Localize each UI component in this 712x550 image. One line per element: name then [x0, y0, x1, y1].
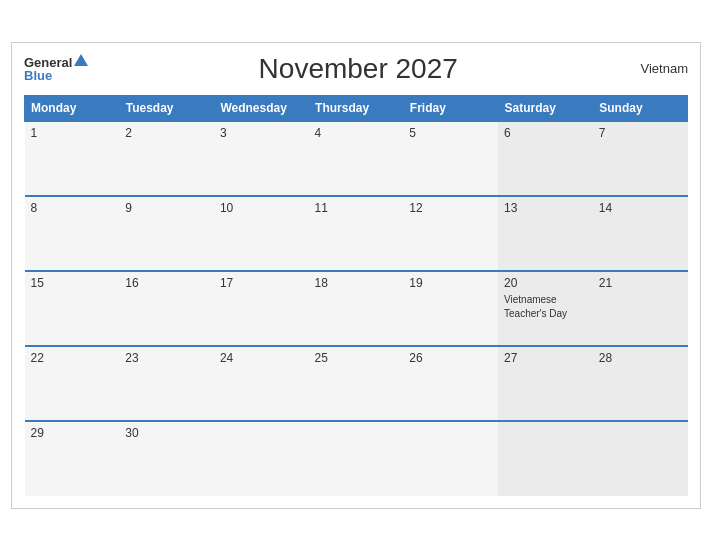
day-number-2: 2: [125, 126, 208, 140]
logo: General Blue: [24, 56, 88, 82]
day-cell-1-1: 9: [119, 196, 214, 271]
day-cell-3-2: 24: [214, 346, 309, 421]
day-cell-1-6: 14: [593, 196, 688, 271]
country-label: Vietnam: [628, 61, 688, 76]
day-cell-2-6: 21: [593, 271, 688, 346]
day-number-3: 3: [220, 126, 303, 140]
day-number-21: 21: [599, 276, 682, 290]
calendar-thead: MondayTuesdayWednesdayThursdayFridaySatu…: [25, 95, 688, 121]
day-cell-3-5: 27: [498, 346, 593, 421]
day-cell-2-3: 18: [309, 271, 404, 346]
day-cell-0-5: 6: [498, 121, 593, 196]
day-cell-4-0: 29: [25, 421, 120, 496]
day-number-20: 20: [504, 276, 587, 290]
day-number-26: 26: [409, 351, 492, 365]
calendar-header: General Blue November 2027 Vietnam: [24, 53, 688, 85]
day-number-11: 11: [315, 201, 398, 215]
day-cell-4-5: [498, 421, 593, 496]
day-number-27: 27: [504, 351, 587, 365]
day-cell-0-1: 2: [119, 121, 214, 196]
day-cell-3-4: 26: [403, 346, 498, 421]
day-cell-1-0: 8: [25, 196, 120, 271]
day-cell-3-0: 22: [25, 346, 120, 421]
day-cell-0-2: 3: [214, 121, 309, 196]
day-cell-4-3: [309, 421, 404, 496]
logo-general-text: General: [24, 56, 72, 69]
day-number-4: 4: [315, 126, 398, 140]
logo-triangle-icon: [74, 54, 88, 66]
day-number-19: 19: [409, 276, 492, 290]
day-number-10: 10: [220, 201, 303, 215]
day-cell-3-6: 28: [593, 346, 688, 421]
day-number-7: 7: [599, 126, 682, 140]
weekday-header-monday: Monday: [25, 95, 120, 121]
day-cell-1-4: 12: [403, 196, 498, 271]
day-cell-1-2: 10: [214, 196, 309, 271]
day-cell-4-4: [403, 421, 498, 496]
day-number-9: 9: [125, 201, 208, 215]
weekday-header-row: MondayTuesdayWednesdayThursdayFridaySatu…: [25, 95, 688, 121]
weekday-header-thursday: Thursday: [309, 95, 404, 121]
day-cell-3-1: 23: [119, 346, 214, 421]
event-text-20: Vietnamese Teacher's Day: [504, 294, 567, 319]
weekday-header-saturday: Saturday: [498, 95, 593, 121]
day-number-22: 22: [31, 351, 114, 365]
day-number-24: 24: [220, 351, 303, 365]
day-number-8: 8: [31, 201, 114, 215]
day-cell-2-0: 15: [25, 271, 120, 346]
day-number-6: 6: [504, 126, 587, 140]
day-number-5: 5: [409, 126, 492, 140]
day-number-14: 14: [599, 201, 682, 215]
calendar-wrapper: General Blue November 2027 Vietnam Monda…: [11, 42, 701, 509]
day-number-25: 25: [315, 351, 398, 365]
day-cell-2-4: 19: [403, 271, 498, 346]
day-number-1: 1: [31, 126, 114, 140]
day-number-23: 23: [125, 351, 208, 365]
day-cell-0-0: 1: [25, 121, 120, 196]
day-cell-0-3: 4: [309, 121, 404, 196]
week-row-1: 891011121314: [25, 196, 688, 271]
weekday-header-sunday: Sunday: [593, 95, 688, 121]
logo-blue-text: Blue: [24, 69, 52, 82]
week-row-0: 1234567: [25, 121, 688, 196]
day-number-13: 13: [504, 201, 587, 215]
day-number-30: 30: [125, 426, 208, 440]
day-cell-2-1: 16: [119, 271, 214, 346]
day-cell-2-5: 20Vietnamese Teacher's Day: [498, 271, 593, 346]
day-number-28: 28: [599, 351, 682, 365]
day-cell-4-6: [593, 421, 688, 496]
weekday-header-wednesday: Wednesday: [214, 95, 309, 121]
day-cell-4-1: 30: [119, 421, 214, 496]
day-cell-1-5: 13: [498, 196, 593, 271]
day-cell-4-2: [214, 421, 309, 496]
day-cell-0-6: 7: [593, 121, 688, 196]
day-number-15: 15: [31, 276, 114, 290]
calendar-title: November 2027: [88, 53, 628, 85]
day-cell-3-3: 25: [309, 346, 404, 421]
day-cell-0-4: 5: [403, 121, 498, 196]
weekday-header-tuesday: Tuesday: [119, 95, 214, 121]
day-number-12: 12: [409, 201, 492, 215]
day-cell-2-2: 17: [214, 271, 309, 346]
day-number-18: 18: [315, 276, 398, 290]
day-number-29: 29: [31, 426, 114, 440]
weekday-header-friday: Friday: [403, 95, 498, 121]
calendar-tbody: 1234567891011121314151617181920Vietnames…: [25, 121, 688, 496]
day-number-16: 16: [125, 276, 208, 290]
calendar-grid: MondayTuesdayWednesdayThursdayFridaySatu…: [24, 95, 688, 496]
week-row-2: 151617181920Vietnamese Teacher's Day21: [25, 271, 688, 346]
day-cell-1-3: 11: [309, 196, 404, 271]
day-number-17: 17: [220, 276, 303, 290]
week-row-3: 22232425262728: [25, 346, 688, 421]
week-row-4: 2930: [25, 421, 688, 496]
